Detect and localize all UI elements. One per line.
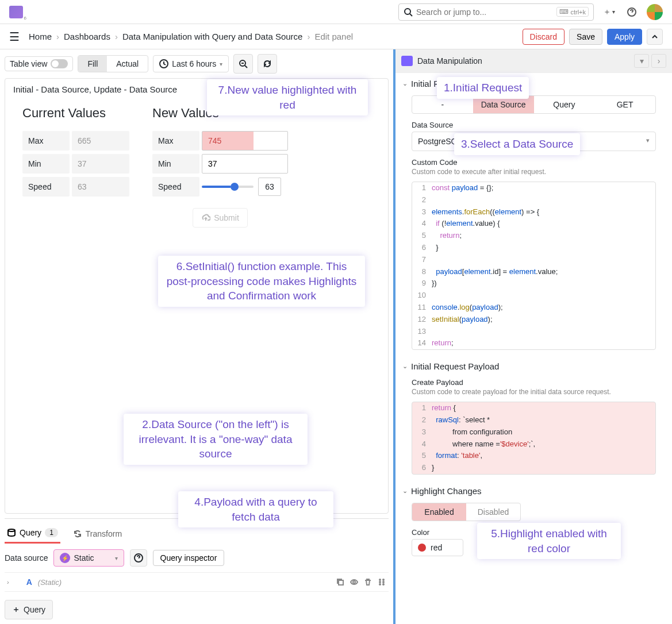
custom-code-editor[interactable]: 1const payload = {};23elements.forEach((… — [412, 182, 656, 350]
initial-tab-query[interactable]: Query — [534, 96, 595, 113]
query-inspector-button[interactable]: Query inspector — [153, 550, 225, 566]
help-icon[interactable] — [624, 4, 640, 20]
refresh-icon — [263, 59, 272, 68]
cloud-upload-icon — [201, 213, 210, 222]
svg-rect-6 — [339, 580, 343, 585]
label-max: Max — [22, 131, 70, 151]
query-row[interactable]: › A (Static) — [5, 572, 389, 592]
table-view-toggle[interactable]: Table view — [5, 56, 73, 71]
initial-tab-none[interactable]: - — [412, 96, 473, 113]
search-input[interactable]: ⌨ ctrl+k — [398, 3, 594, 21]
initial-tab-get[interactable]: GET — [594, 96, 655, 113]
svg-point-7 — [353, 581, 355, 583]
svg-point-12 — [383, 581, 384, 583]
refresh-button[interactable] — [258, 54, 277, 74]
create-payload-label: Create Payload — [395, 377, 672, 388]
tab-query[interactable]: Query 1 — [5, 523, 60, 544]
datasource-help[interactable] — [130, 549, 147, 567]
datasource-select[interactable]: ⚡ Static ▾ — [53, 549, 124, 567]
panel-title: Initial - Data Source, Update - Data Sou… — [5, 79, 388, 100]
svg-point-4 — [8, 529, 15, 531]
svg-point-8 — [379, 579, 381, 580]
collapse-panel-icon[interactable] — [647, 29, 663, 45]
menu-toggle[interactable]: ☰ — [9, 30, 20, 44]
highlight-toggle: Enabled Disabled — [412, 503, 521, 521]
save-button[interactable]: Save — [569, 29, 602, 45]
current-min: 37 — [72, 154, 129, 174]
svg-point-11 — [383, 579, 384, 580]
speed-value[interactable]: 63 — [258, 178, 281, 196]
section-highlight[interactable]: ⌄Highlight Changes — [395, 480, 672, 502]
new-max-input[interactable] — [202, 131, 288, 151]
eye-icon[interactable] — [350, 577, 359, 587]
svg-point-10 — [379, 584, 381, 585]
panel-options-next[interactable]: › — [651, 54, 666, 68]
apply-button[interactable]: Apply — [607, 29, 642, 45]
label-speed: Speed — [22, 177, 70, 197]
custom-code-label: Custom Code — [395, 157, 672, 168]
zoom-out-button[interactable] — [233, 54, 253, 74]
color-swatch — [418, 544, 426, 552]
fill-mode[interactable]: Fill — [78, 56, 107, 72]
datasource-label: Data source — [5, 553, 48, 563]
plugin-title: Data Manipulation — [417, 56, 482, 66]
crumb-edit: Edit panel — [314, 32, 353, 41]
actual-mode[interactable]: Actual — [107, 56, 148, 72]
zoom-out-icon — [239, 59, 248, 68]
panel-options-expand[interactable]: ▾ — [634, 54, 649, 68]
new-values-heading: New Values — [152, 106, 288, 121]
section-payload[interactable]: ⌄Initial Request Payload — [395, 356, 672, 377]
app-logo: 6 — [9, 6, 23, 18]
add-query-button[interactable]: ＋Query — [5, 600, 53, 619]
help-icon — [134, 553, 143, 563]
toggle-switch[interactable] — [51, 59, 68, 68]
trash-icon[interactable] — [363, 577, 373, 587]
create-payload-sub: Custom code to create payload for the in… — [395, 388, 672, 399]
color-label: Color — [395, 527, 672, 538]
highlight-disabled[interactable]: Disabled — [466, 503, 520, 521]
query-count-badge: 1 — [45, 528, 58, 537]
query-meta: (Static) — [38, 578, 62, 587]
database-icon — [7, 528, 16, 537]
initial-request-tabs: - Data Source Query GET — [412, 95, 656, 114]
current-speed: 63 — [72, 177, 129, 197]
drag-icon[interactable] — [377, 577, 386, 587]
time-range-picker[interactable]: Last 6 hours ▾ — [153, 55, 229, 72]
crumb-home[interactable]: Home — [29, 32, 52, 41]
discard-button[interactable]: Discard — [523, 29, 565, 45]
plugin-icon — [401, 56, 413, 66]
crumb-dashboards[interactable]: Dashboards — [64, 32, 110, 41]
svg-point-13 — [383, 584, 384, 585]
transform-icon — [73, 529, 82, 538]
clock-icon — [159, 59, 168, 68]
current-values-heading: Current Values — [22, 106, 129, 121]
tab-transform[interactable]: Transform — [71, 523, 124, 544]
bolt-icon: ⚡ — [60, 553, 70, 563]
svg-point-9 — [379, 581, 381, 583]
query-letter: A — [26, 577, 32, 587]
crumb-dashboard[interactable]: Data Manipulation with Query and Data So… — [122, 32, 303, 41]
copy-icon[interactable] — [336, 577, 345, 587]
ds-field-select[interactable]: PostgreSQL ▾ — [412, 132, 656, 151]
ds-field-label: Data Source — [395, 120, 672, 130]
new-min-input[interactable] — [202, 154, 288, 174]
breadcrumb: Home › Dashboards › Data Manipulation wi… — [29, 32, 353, 41]
svg-point-0 — [405, 9, 410, 14]
custom-code-sub: Custom code to execute after initial req… — [395, 168, 672, 179]
add-menu[interactable]: ＋ ▾ — [601, 4, 617, 20]
color-picker[interactable]: red — [412, 539, 463, 556]
highlight-enabled[interactable]: Enabled — [412, 503, 466, 521]
initial-tab-datasource[interactable]: Data Source — [473, 96, 534, 113]
payload-code-editor[interactable]: 1return {2 rawSql: `select *3 from confi… — [412, 402, 656, 475]
search-icon — [404, 7, 413, 17]
speed-slider[interactable] — [202, 186, 254, 188]
kbd-hint: ⌨ ctrl+k — [556, 7, 589, 17]
label-min: Min — [22, 154, 70, 174]
current-max: 665 — [72, 131, 129, 151]
submit-button[interactable]: Submit — [193, 208, 248, 228]
avatar[interactable] — [647, 4, 663, 20]
section-initial-request[interactable]: ⌄Initial Request — [395, 73, 672, 94]
